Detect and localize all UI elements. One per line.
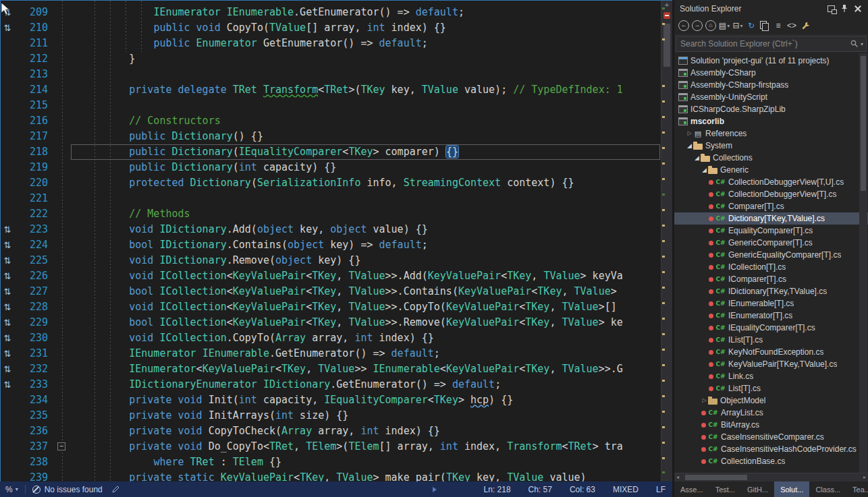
code-line[interactable]: ⇅227 bool ICollection<KeyValuePair<TKey,…	[1, 284, 661, 299]
code-line[interactable]: 237− private void Do_CopyTo<TRet, TElem>…	[1, 439, 661, 455]
code-line[interactable]: 219 public Dictionary(int capacity) {}	[1, 160, 661, 175]
override-indicator-icon[interactable]: ⇅	[1, 237, 14, 253]
code-pane[interactable]: ⇅209 IEnumerator IEnumerable.GetEnumerat…	[1, 1, 661, 481]
tree-item[interactable]: C#EqualityComparer[T].cs	[674, 225, 868, 237]
line-number[interactable]: 230	[14, 330, 48, 346]
panel-arrow-icon[interactable]	[433, 487, 437, 492]
code-line[interactable]: ⇅210 public void CopyTo(TValue[] array, …	[1, 20, 661, 36]
wrench-icon[interactable]	[799, 19, 811, 32]
search-box[interactable]: ▾	[676, 36, 867, 52]
editor-scrollbar[interactable]: +	[661, 1, 672, 481]
line-number[interactable]: 237	[14, 439, 48, 455]
code-line[interactable]: 235 private void InitArrays(int size) {}	[1, 408, 661, 423]
code-line[interactable]: 239 private static KeyValuePair<TKey, TV…	[1, 470, 661, 481]
search-icon[interactable]	[850, 40, 859, 48]
code-line[interactable]: ⇅209 IEnumerator IEnumerable.GetEnumerat…	[1, 5, 661, 20]
collapse-arrow-icon[interactable]: ◢	[686, 143, 693, 149]
pin-icon[interactable]	[838, 3, 850, 15]
encoding-indicator[interactable]: MIXED	[613, 485, 639, 494]
code-line[interactable]: 215	[1, 98, 661, 113]
override-indicator-icon[interactable]: ⇅	[1, 299, 14, 315]
tree-item[interactable]: C#Comparer[T].cs	[674, 200, 868, 212]
override-indicator-icon[interactable]: ⇅	[1, 330, 14, 346]
tree-item[interactable]: ◢Generic	[674, 164, 868, 176]
tree-item[interactable]: mscorlib	[674, 115, 868, 127]
line-number[interactable]: 216	[14, 113, 48, 129]
expand-arrow-icon[interactable]: ▷	[701, 398, 708, 403]
override-indicator-icon[interactable]: ⇅	[1, 361, 14, 377]
scrollbar-thumb[interactable]	[663, 24, 670, 67]
tree-item[interactable]: ▷ObjectModel	[674, 394, 868, 407]
scroll-left-icon[interactable]: ◂	[676, 474, 679, 480]
code-line[interactable]: ⇅225 void IDictionary.Remove(object key)…	[1, 253, 661, 268]
line-number[interactable]: 234	[14, 392, 48, 408]
tree-item[interactable]: Solution 'project-gui' (11 of 11 project…	[674, 55, 868, 67]
code-line[interactable]: 211 public Enumerator GetEnumerator() =>…	[1, 36, 661, 51]
line-number[interactable]: 233	[14, 377, 48, 392]
override-indicator-icon[interactable]: ⇅	[1, 268, 14, 284]
search-options-caret-icon[interactable]: ▾	[861, 41, 863, 47]
tree-item[interactable]: ▷▤References	[674, 127, 868, 140]
tree-item[interactable]: Assembly-CSharp-firstpass	[674, 79, 868, 91]
code-line[interactable]: ⇅223 void IDictionary.Add(object key, ob…	[1, 222, 661, 237]
tree-scrollbar-thumb[interactable]	[861, 56, 866, 191]
tree-item[interactable]: C#IList[T].cs	[674, 334, 868, 346]
expand-arrow-icon[interactable]: ▷	[686, 131, 693, 136]
code-line[interactable]: ⇅228 void ICollection<KeyValuePair<TKey,…	[1, 299, 661, 315]
hscroll-thumb[interactable]	[685, 475, 747, 480]
line-number[interactable]: 221	[14, 191, 48, 206]
forward-icon[interactable]: →	[691, 19, 703, 32]
line-number[interactable]: 217	[14, 129, 48, 144]
tool-window-tab[interactable]: Asse...	[674, 481, 709, 497]
home-icon[interactable]: ⌂	[705, 19, 717, 32]
line-number[interactable]: 231	[14, 346, 48, 361]
line-number[interactable]: 218	[14, 144, 48, 160]
tree-item[interactable]: C#IComparer[T].cs	[674, 273, 868, 285]
eol-indicator[interactable]: LF	[656, 485, 666, 494]
line-number[interactable]: 229	[14, 315, 48, 330]
tree-item[interactable]: C#IDictionary[TKey,TValue].cs	[674, 285, 868, 297]
code-line[interactable]: 213	[1, 67, 661, 82]
tree-item[interactable]: C#CollectionDebuggerView[T,U].cs	[674, 176, 868, 188]
close-icon[interactable]	[852, 3, 864, 15]
tree-item[interactable]: C#BitArray.cs	[674, 419, 868, 431]
char-indicator[interactable]: Ch: 57	[528, 485, 552, 494]
line-number[interactable]: 220	[14, 175, 48, 191]
tree-item[interactable]: C#CaseInsensitiveComparer.cs	[674, 431, 868, 443]
tree-item[interactable]: C#GenericEqualityComparer[T].cs	[674, 249, 868, 261]
code-line[interactable]: 218 public Dictionary(IEqualityComparer<…	[1, 144, 661, 160]
line-number[interactable]: 219	[14, 160, 48, 175]
code-line[interactable]: 212 }	[1, 51, 661, 67]
fold-collapse-button[interactable]: −	[57, 442, 65, 450]
override-indicator-icon[interactable]: ⇅	[1, 222, 14, 237]
tool-window-tab[interactable]: Test...	[709, 481, 741, 497]
tree-item[interactable]: ICSharpCode.SharpZipLib	[674, 103, 868, 115]
zoom-control[interactable]: % ▾	[5, 485, 18, 494]
line-number[interactable]: 227	[14, 284, 48, 299]
tree-scrollbar[interactable]	[859, 53, 867, 473]
tree-item[interactable]: C#IEqualityComparer[T].cs	[674, 322, 868, 334]
line-number[interactable]: 215	[14, 98, 48, 113]
scroll-right-icon[interactable]: ▸	[863, 474, 866, 480]
line-number[interactable]: 232	[14, 361, 48, 377]
line-number[interactable]: 223	[14, 222, 48, 237]
properties-icon[interactable]: ≡	[772, 19, 784, 32]
tree-item[interactable]: C#Dictionary[TKey,TValue].cs	[674, 212, 868, 225]
tree-item[interactable]: C#IEnumerable[T].cs	[674, 297, 868, 310]
code-line[interactable]: 220 protected Dictionary(SerializationIn…	[1, 175, 661, 191]
tree-item[interactable]: C#CaseInsensitiveHashCodeProvider.cs	[674, 443, 868, 455]
override-indicator-icon[interactable]: ⇅	[1, 346, 14, 361]
issues-status[interactable]: No issues found	[32, 485, 103, 494]
tree-item[interactable]: ◢System	[674, 140, 868, 152]
line-number[interactable]: 225	[14, 253, 48, 268]
line-number[interactable]: 236	[14, 423, 48, 439]
code-line[interactable]: 234 private void Init(int capacity, IEqu…	[1, 392, 661, 408]
tool-window-tab[interactable]: Class...	[809, 481, 846, 497]
override-indicator-icon[interactable]: ⇅	[1, 284, 14, 299]
code-line[interactable]: ⇅229 bool ICollection<KeyValuePair<TKey,…	[1, 315, 661, 330]
code-line[interactable]: ⇅233 IDictionaryEnumerator IDictionary.G…	[1, 377, 661, 392]
override-indicator-icon[interactable]: ⇅	[1, 315, 14, 330]
line-number[interactable]: 212	[14, 51, 48, 67]
code-line[interactable]: ⇅231 IEnumerator IEnumerable.GetEnumerat…	[1, 346, 661, 361]
tree-item[interactable]: C#List[T].cs	[674, 382, 868, 394]
